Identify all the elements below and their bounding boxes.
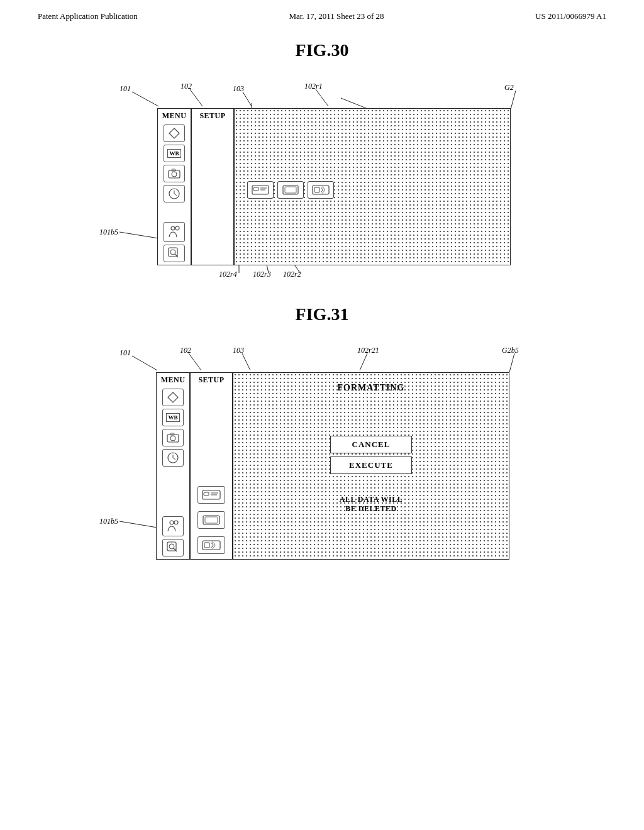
fig30-item-102r3 <box>277 181 304 199</box>
svg-point-29 <box>170 250 175 255</box>
svg-line-31 <box>132 356 157 370</box>
svg-point-49 <box>174 521 178 524</box>
screen-icon <box>282 184 299 196</box>
fig31-menu-item-person <box>162 516 184 536</box>
fig31-setup-col: SETUP <box>190 372 233 560</box>
fig31-setup-item-screen <box>197 511 225 529</box>
ann-103-fig30: 103 <box>233 84 244 94</box>
fig31-title: FIG.31 <box>38 304 606 324</box>
svg-point-21 <box>172 172 177 177</box>
fig31-execute-btn[interactable]: EXECUTE <box>330 456 412 474</box>
page-header: Patent Application Publication Mar. 17, … <box>0 0 644 21</box>
svg-rect-54 <box>204 492 209 495</box>
svg-marker-19 <box>169 128 179 138</box>
fig31-menu-label: MENU <box>161 375 186 385</box>
diamond-icon-31 <box>167 391 179 404</box>
svg-point-51 <box>169 544 174 549</box>
ann-G2b5-fig31: G2b5 <box>502 346 519 355</box>
svg-line-47 <box>173 458 175 460</box>
speaker-icon-31 <box>202 540 221 551</box>
ann-101-fig31: 101 <box>119 348 131 358</box>
fig31-setup-item-card <box>197 486 225 504</box>
svg-line-3 <box>316 89 328 106</box>
timer-icon-31 <box>167 451 179 464</box>
svg-line-32 <box>189 353 201 370</box>
fig30-menu-label: MENU <box>162 111 187 121</box>
svg-point-26 <box>171 226 175 230</box>
screen-icon-31 <box>202 514 221 526</box>
svg-line-25 <box>174 194 177 196</box>
camera-icon <box>168 169 180 179</box>
person-icon <box>167 224 182 240</box>
svg-line-36 <box>119 521 157 528</box>
magnifier-icon-31 <box>167 541 179 554</box>
header-left: Patent Application Publication <box>38 11 138 21</box>
fig31-menu-item-wb: WB <box>162 409 184 426</box>
fig31-setup-label: SETUP <box>198 375 224 385</box>
svg-line-4 <box>511 91 516 109</box>
svg-rect-60 <box>204 543 209 548</box>
fig30-content-area <box>234 108 511 265</box>
fig30-title: FIG.30 <box>38 40 606 60</box>
ann-G2-fig30: G2 <box>504 83 514 92</box>
header-middle: Mar. 17, 2011 Sheet 23 of 28 <box>289 11 384 21</box>
card-icon-31 <box>202 489 221 501</box>
fig31-content-area: FORMATTING CANCEL EXECUTE ALL DATA WILLB… <box>233 372 509 560</box>
ann-101b5-fig30: 101b5 <box>99 228 118 237</box>
ann-102r2-fig30: 102r2 <box>283 270 301 279</box>
ann-103-fig31: 103 <box>233 346 244 355</box>
camera-icon-31 <box>167 433 179 443</box>
svg-rect-58 <box>205 517 218 523</box>
ann-102r1-fig30: 102r1 <box>304 82 323 91</box>
fig30-menu-item-timer <box>164 185 185 202</box>
diamond-icon <box>168 127 180 140</box>
timer-icon <box>168 187 180 200</box>
svg-line-0 <box>132 92 158 106</box>
fig31-diagram: 101 102 103 102r21 G2b5 101b5 102r2 102r… <box>77 336 567 575</box>
fig31-menu-item-diamond <box>162 389 184 406</box>
fig30-item-102r2 <box>308 181 334 199</box>
ann-102r3-fig30: 102r3 <box>253 270 271 279</box>
ann-101b5-fig31: 101b5 <box>99 517 118 526</box>
svg-point-27 <box>175 226 179 230</box>
svg-rect-17 <box>313 185 329 194</box>
svg-rect-16 <box>285 187 296 193</box>
svg-point-43 <box>170 436 175 441</box>
ann-102-fig31: 102 <box>180 346 191 355</box>
svg-line-1 <box>190 89 203 106</box>
svg-line-5 <box>119 232 158 238</box>
fig31-formatting-title: FORMATTING <box>338 383 405 393</box>
speaker-icon <box>312 184 330 196</box>
fig30-diagram: 101 102 103 102r1 G2 101b5 102r4 102r3 1… <box>77 72 567 285</box>
wb-label-31: WB <box>166 413 179 422</box>
wb-label: WB <box>167 149 180 158</box>
fig30-menu-item-wb: WB <box>164 145 185 162</box>
fig31-warning-text: ALL DATA WILLBE DELETED <box>340 495 403 514</box>
fig31-cancel-btn[interactable]: CANCEL <box>330 436 412 453</box>
ann-102r21-fig31: 102r21 <box>357 346 379 355</box>
fig31-menu-item-camera <box>162 429 184 446</box>
fig30-section: FIG.30 <box>38 40 606 285</box>
fig31-menu-item-magnifier <box>162 539 184 556</box>
svg-rect-59 <box>203 541 220 550</box>
header-right: US 2011/0066979 A1 <box>535 11 606 21</box>
svg-line-2 <box>243 92 252 106</box>
svg-line-34 <box>360 353 367 370</box>
fig30-menu-item-person <box>164 222 185 242</box>
svg-point-48 <box>170 521 174 524</box>
fig31-setup-item-speaker <box>197 536 225 554</box>
fig30-menu-col: MENU WB <box>157 108 191 265</box>
fig30-menu-item-camera <box>164 165 185 182</box>
ann-102-fig30: 102 <box>180 82 192 91</box>
fig30-item-102r4 <box>247 181 274 199</box>
fig30-setup-label: SETUP <box>199 111 225 121</box>
fig31-section: FIG.31 <box>38 304 606 575</box>
fig31-menu-col: MENU WB <box>156 372 190 560</box>
fig30-menu-item-diamond <box>164 124 185 142</box>
svg-line-33 <box>242 353 250 370</box>
ann-101-fig30: 101 <box>119 84 131 94</box>
fig30-menu-item-magnifier <box>164 245 185 262</box>
svg-rect-12 <box>253 187 258 191</box>
svg-line-35 <box>509 353 514 372</box>
card-icon <box>252 184 269 196</box>
